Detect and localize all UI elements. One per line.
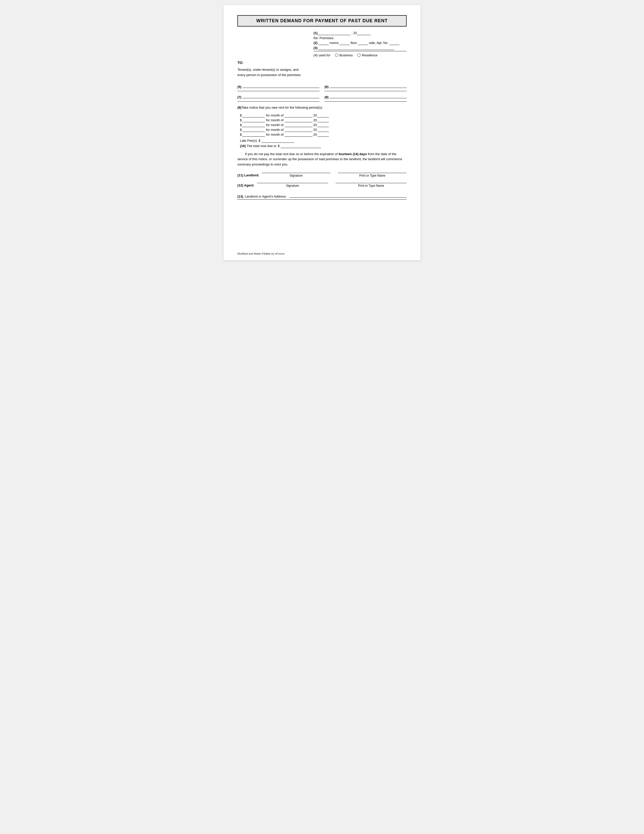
aptno-input[interactable] (389, 41, 400, 45)
residence-label: Residence (362, 53, 377, 57)
business-option[interactable]: Business (335, 53, 353, 57)
eviction-bold: fourteen (14) days (339, 152, 367, 156)
address-row: (13) Landlord or Agent's Address: (237, 193, 407, 198)
landlord-sig-row: (11) Landlord: Signature Print or Type N… (237, 173, 407, 177)
agent-name-caption: Print or Type Name (336, 184, 407, 187)
date-line: (1) , 20 (314, 31, 407, 35)
field5-block: (5) (237, 83, 320, 89)
footer-text: Modified and Made Fillable by eForms (237, 252, 284, 255)
eviction-text1: If you do not pay the total rent due on … (245, 152, 338, 156)
field8-block: (8) (324, 94, 407, 99)
notice-section: (9)Take notice that you owe rent for the… (237, 106, 407, 109)
year-2[interactable] (318, 118, 329, 122)
rent-row-1: $ for month of 20 (240, 113, 407, 118)
address-input[interactable] (290, 193, 407, 197)
field8-label: (8) (324, 95, 329, 99)
business-radio[interactable] (335, 53, 338, 57)
field2-label: (2) (314, 41, 318, 45)
total-label: The total now due is: (247, 144, 277, 148)
used-for-section: (4) used for Business Residence (237, 53, 407, 57)
address-section: (13) Landlord or Agent's Address: (237, 193, 407, 200)
month-4[interactable] (285, 128, 312, 132)
field8-line: (8) (324, 94, 407, 99)
agent-sig-left: Signature (257, 183, 328, 187)
field3-input[interactable] (318, 46, 394, 50)
re-premises-label: Re: Premises: (314, 36, 407, 40)
late-fee-input[interactable] (261, 139, 294, 143)
amount-3[interactable] (242, 123, 265, 127)
month-5[interactable] (285, 133, 312, 137)
row3-line: (3) (314, 46, 407, 50)
floor-input[interactable] (339, 41, 350, 45)
rent-row-5: $ for month of 20 (240, 133, 407, 137)
agent-sig-row: (12) Agent: Signature Print or Type Name (237, 183, 407, 187)
field5-line: (5) (237, 83, 320, 89)
field1-label: (1) (314, 31, 318, 35)
field8-input[interactable] (329, 94, 407, 98)
amount-5[interactable] (242, 133, 265, 137)
year-3[interactable] (318, 123, 329, 127)
tenant-section: Tenant(s), under-tenant(s) or assigns, a… (237, 67, 407, 78)
header-right: (1) , 20 Re: Premises: (2) rooms floor s… (314, 31, 407, 51)
header-section: (1) , 20 Re: Premises: (2) rooms floor s… (237, 31, 407, 51)
address-num: (13) (237, 194, 243, 198)
address-full-underline (237, 199, 407, 200)
landlord-label: Landlord: (244, 173, 259, 177)
field6-block: (6) (324, 83, 407, 89)
late-fee-label: Late Fee(s): $ (240, 139, 260, 142)
field6-input[interactable] (329, 83, 407, 88)
field7-line: (7) (237, 94, 320, 99)
landlord-sig-left: Signature (262, 173, 331, 177)
address-label: Landlord or Agent's Address: (245, 194, 287, 198)
year-input[interactable] (357, 31, 371, 35)
year-5[interactable] (318, 133, 329, 137)
amount-4[interactable] (242, 128, 265, 132)
field3-label: (3) (314, 46, 318, 50)
total-row: (10) The total now due is: $ (237, 144, 407, 148)
to-label: TO: (237, 61, 244, 65)
field6-line: (6) (324, 83, 407, 89)
landlord-name-right: Print or Type Name (338, 173, 407, 177)
field5-input[interactable] (242, 83, 320, 88)
total-num: (10) (240, 144, 246, 148)
total-input[interactable] (281, 144, 321, 148)
rent-row-3: $ for month of 20 (240, 123, 407, 127)
agent-name-line[interactable] (336, 183, 407, 183)
side-text: side, Apt. No. (369, 41, 388, 45)
to-section: TO: (237, 61, 407, 65)
agent-label: Agent: (244, 183, 254, 187)
field7-block: (7) (237, 94, 320, 99)
field7-input[interactable] (242, 94, 320, 98)
year-label: , 20 (351, 31, 357, 35)
tenant-line1: Tenant(s), under-tenant(s) or assigns, a… (237, 67, 407, 73)
field1-input[interactable] (318, 31, 350, 35)
floor-text: floor (350, 41, 357, 45)
agent-num: (12) (237, 183, 243, 187)
rooms-text: rooms (329, 41, 339, 45)
eviction-paragraph: If you do not pay the total rent due on … (237, 152, 407, 167)
side-input[interactable] (358, 41, 368, 45)
year-4[interactable] (318, 128, 329, 132)
rooms-input[interactable] (318, 41, 329, 45)
year-1[interactable] (318, 113, 329, 118)
rent-row-4: $ for month of 20 (240, 128, 407, 132)
total-dollar: $ (278, 144, 279, 148)
month-1[interactable] (285, 113, 312, 118)
notice-num: (9) (237, 106, 241, 109)
amount-2[interactable] (242, 118, 265, 122)
business-label: Business (339, 53, 353, 57)
amount-1[interactable] (242, 113, 265, 118)
field7-label: (7) (237, 95, 241, 99)
residence-option[interactable]: Residence (357, 53, 377, 57)
month-3[interactable] (285, 123, 312, 127)
document-title-box: WRITTEN DEMAND FOR PAYMENT OF PAST DUE R… (237, 15, 407, 26)
agent-num-label: (12) Agent: (237, 183, 254, 187)
residence-radio[interactable] (357, 53, 361, 57)
landlord-num-label: (11) Landlord: (237, 173, 259, 177)
rent-row-2: $ for month of 20 (240, 118, 407, 122)
agent-sig-caption: Signature (257, 184, 328, 187)
agent-sig-line[interactable] (257, 183, 328, 183)
month-2[interactable] (285, 118, 312, 122)
late-fee-row: Late Fee(s): $ (237, 139, 407, 143)
notice-text: Take notice that you owe rent for the fo… (241, 106, 323, 109)
